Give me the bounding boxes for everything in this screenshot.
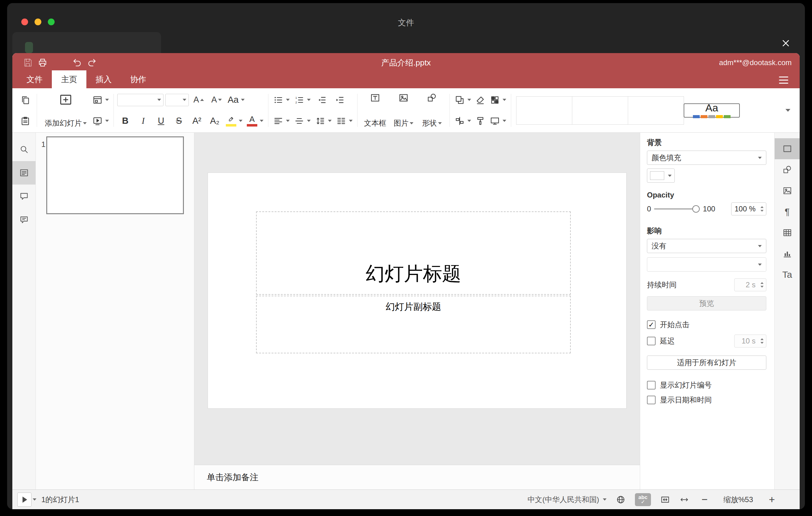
start-slideshow-toolbar-button[interactable] xyxy=(91,112,110,130)
theme-gallery-expand-button[interactable] xyxy=(779,96,795,125)
zoom-in-button[interactable]: + xyxy=(766,493,778,506)
sidebar-search-button[interactable] xyxy=(12,138,35,161)
font-size-select[interactable] xyxy=(165,94,189,106)
show-slide-number-checkbox[interactable] xyxy=(647,381,656,390)
strikethrough-button[interactable]: S xyxy=(171,112,187,130)
fit-slide-button[interactable] xyxy=(660,495,670,505)
zoom-out-button[interactable]: − xyxy=(698,493,711,506)
language-select[interactable]: 中文(中华人民共和国) xyxy=(527,495,607,505)
paragraph-settings-tab[interactable]: ¶ xyxy=(775,201,800,222)
menu-button[interactable] xyxy=(777,75,790,85)
increase-font-size-button[interactable]: A xyxy=(191,91,207,109)
start-slideshow-status-button[interactable] xyxy=(17,492,31,507)
slide-layout-button[interactable] xyxy=(91,91,110,109)
table-settings-tab[interactable] xyxy=(775,222,800,243)
tab-home[interactable]: 主页 xyxy=(52,70,86,88)
theme-option-2[interactable] xyxy=(572,96,628,125)
copy-button[interactable] xyxy=(17,91,33,109)
insert-shape-button[interactable]: 形状 xyxy=(418,90,446,131)
notes-area[interactable]: 单击添加备注 xyxy=(194,465,640,489)
delay-row: 延迟 10 s xyxy=(647,335,766,347)
opacity-slider[interactable] xyxy=(654,208,700,209)
sidebar-feedback-button[interactable] xyxy=(12,208,35,231)
preview-button[interactable]: 预览 xyxy=(647,296,766,311)
effect-select[interactable]: 没有 xyxy=(647,239,766,253)
horizontal-align-button[interactable] xyxy=(272,112,291,130)
close-editor-button[interactable] xyxy=(777,34,794,52)
font-name-select[interactable] xyxy=(117,94,164,106)
decrease-indent-button[interactable] xyxy=(314,91,330,109)
tab-file[interactable]: 文件 xyxy=(17,70,52,88)
highlight-color-button[interactable] xyxy=(225,112,244,130)
undo-button[interactable] xyxy=(70,56,85,69)
italic-button[interactable]: I xyxy=(135,112,151,130)
background-fill-select[interactable]: 颜色填充 xyxy=(647,151,766,165)
print-button[interactable] xyxy=(35,56,50,69)
bold-button[interactable]: B xyxy=(117,112,133,130)
spinner-arrows-icon[interactable] xyxy=(758,335,766,347)
spinner-arrows-icon[interactable] xyxy=(758,203,766,215)
clear-style-button[interactable] xyxy=(472,91,488,109)
paste-button[interactable] xyxy=(17,112,33,130)
slide-size-button[interactable] xyxy=(488,112,508,130)
chevron-down-icon[interactable] xyxy=(33,498,36,500)
subscript-button[interactable]: A₂ xyxy=(207,112,223,130)
spellcheck-toggle[interactable]: abc✓ xyxy=(635,493,651,506)
effect-type-select[interactable] xyxy=(647,257,766,271)
delay-input[interactable]: 10 s xyxy=(734,335,766,347)
slide-size-icon xyxy=(490,116,500,126)
tab-collaboration[interactable]: 协作 xyxy=(121,70,155,88)
tab-insert[interactable]: 插入 xyxy=(86,70,121,88)
text-box-button[interactable]: 文本框 xyxy=(361,90,389,131)
vertical-align-button[interactable] xyxy=(293,112,312,130)
shape-settings-tab[interactable] xyxy=(775,159,800,180)
opacity-input[interactable]: 100 % xyxy=(731,202,766,216)
slide-canvas[interactable]: 幻灯片标题 幻灯片副标题 xyxy=(194,133,640,465)
clipboard-group xyxy=(17,90,33,131)
align-shape-button[interactable] xyxy=(453,112,472,130)
spinner-arrows-icon[interactable] xyxy=(758,279,766,291)
sidebar-slides-button[interactable] xyxy=(12,161,35,184)
color-scheme-button[interactable] xyxy=(488,91,508,109)
start-on-click-checkbox[interactable]: ✓ xyxy=(647,320,656,329)
background-avatar-remnant xyxy=(25,42,33,53)
font-color-button[interactable]: A xyxy=(245,112,265,130)
superscript-button[interactable]: A² xyxy=(189,112,205,130)
opacity-slider-knob[interactable] xyxy=(692,205,700,212)
text-art-settings-tab[interactable]: Ta xyxy=(775,264,800,285)
subtitle-placeholder[interactable]: 幻灯片副标题 xyxy=(256,296,571,353)
insert-image-button[interactable]: 图片 xyxy=(389,90,418,131)
decrease-font-size-button[interactable]: A xyxy=(208,91,225,109)
chevron-down-icon xyxy=(105,120,109,122)
theme-option-1[interactable] xyxy=(516,96,572,125)
bullet-list-button[interactable] xyxy=(272,91,291,109)
copy-style-button[interactable] xyxy=(472,112,488,130)
chart-settings-tab[interactable] xyxy=(775,243,800,264)
image-settings-tab[interactable] xyxy=(775,180,800,201)
font-size-value xyxy=(166,94,179,106)
underline-button[interactable]: U xyxy=(153,112,169,130)
insert-columns-button[interactable] xyxy=(335,112,354,130)
arrange-shape-button[interactable] xyxy=(453,91,472,109)
theme-option-3[interactable] xyxy=(628,96,684,125)
apply-to-all-slides-button[interactable]: 适用于所有幻灯片 xyxy=(647,355,766,370)
background-color-select[interactable] xyxy=(647,169,675,183)
document-language-button[interactable] xyxy=(616,495,626,505)
line-spacing-button[interactable] xyxy=(314,112,333,130)
fit-width-button[interactable] xyxy=(679,495,689,505)
add-slide-button[interactable]: 添加幻灯片 xyxy=(40,90,91,131)
slide-settings-tab[interactable] xyxy=(775,138,800,159)
change-case-button[interactable]: Aa xyxy=(227,91,246,109)
numbered-list-button[interactable]: 12 xyxy=(293,91,312,109)
show-datetime-checkbox[interactable] xyxy=(647,396,656,404)
slide[interactable]: 幻灯片标题 幻灯片副标题 xyxy=(208,173,626,408)
increase-indent-button[interactable] xyxy=(332,91,348,109)
theme-option-selected[interactable]: Aa xyxy=(684,104,740,118)
duration-input[interactable]: 2 s xyxy=(734,278,766,291)
delay-checkbox[interactable] xyxy=(647,337,656,345)
redo-button[interactable] xyxy=(85,56,99,69)
save-button[interactable] xyxy=(20,56,35,69)
sidebar-comments-button[interactable] xyxy=(12,184,35,208)
slide-thumbnail[interactable] xyxy=(46,136,184,214)
title-placeholder[interactable]: 幻灯片标题 xyxy=(256,211,571,295)
